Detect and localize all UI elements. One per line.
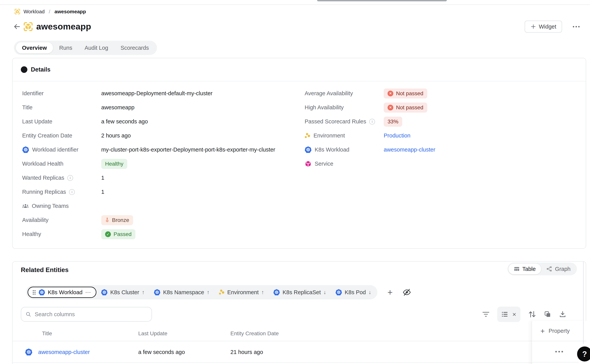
environment-link[interactable]: Production xyxy=(384,132,410,139)
badge-label: Not passed xyxy=(396,104,423,111)
x-circle-icon: × xyxy=(388,105,393,110)
tab-runs[interactable]: Runs xyxy=(53,42,78,53)
field-label: High Availability xyxy=(305,104,344,111)
team-icon xyxy=(22,204,29,209)
table-header-row: Title Last Update Entity Creation Date xyxy=(13,326,587,341)
environment-icon xyxy=(305,133,311,139)
direction-up-icon: ↑ xyxy=(261,289,264,295)
field-entity-creation-date: Entity Creation Date 2 hours ago xyxy=(22,129,305,143)
view-toggle: Table Graph xyxy=(507,263,577,275)
field-environment: Environment Production xyxy=(305,129,578,143)
page-title: awesomeapp xyxy=(36,22,91,32)
filter-pill-k8s-cluster[interactable]: ☸ K8s Cluster ↑ xyxy=(96,287,149,298)
field-label: Passed Scorecard Rules xyxy=(305,118,366,125)
filter-pill-k8s-workload[interactable]: ☸ K8s Workload ⋯ xyxy=(28,287,96,298)
field-value: awesomeapp-Deployment-default-my-cluster xyxy=(101,90,213,97)
field-service: Service xyxy=(305,157,578,171)
field-label: Workload Health xyxy=(22,161,64,167)
filter-pill-environment[interactable]: Environment ↑ xyxy=(214,287,269,298)
details-panel: Details Identifier awesomeapp-Deployment… xyxy=(12,58,586,249)
info-tooltip-icon[interactable] xyxy=(369,119,375,124)
breadcrumb: Workload / awesomeapp xyxy=(14,8,86,15)
field-value: my-cluster-port-k8s-exporter-Deployment-… xyxy=(101,147,275,153)
tab-audit-log[interactable]: Audit Log xyxy=(78,42,115,53)
field-availability: Availability Bronze xyxy=(22,213,305,227)
graph-view-button[interactable]: Graph xyxy=(541,264,576,274)
sort-arrows-icon xyxy=(528,310,536,318)
direction-down-icon: ↓ xyxy=(324,289,326,295)
kubernetes-icon: ☸ xyxy=(39,289,45,296)
field-value: 1 xyxy=(101,175,104,181)
column-header-title[interactable]: Title xyxy=(21,331,136,337)
filter-pill-k8s-pod[interactable]: ☸ K8s Pod ↓ xyxy=(331,287,376,298)
percentage-badge: 33% xyxy=(384,117,402,127)
field-label: Title xyxy=(22,104,32,111)
field-label: Environment xyxy=(313,132,345,139)
field-label: Entity Creation Date xyxy=(22,132,72,139)
back-button[interactable] xyxy=(12,22,22,31)
field-owning-teams: Owning Teams xyxy=(22,199,305,213)
copy-button[interactable] xyxy=(544,311,551,318)
eye-off-icon[interactable] xyxy=(402,288,411,296)
drag-handle-icon[interactable] xyxy=(33,290,35,295)
tab-scorecards[interactable]: Scorecards xyxy=(114,42,155,53)
clear-grouping-button[interactable]: × xyxy=(512,311,516,318)
search-columns-box xyxy=(21,307,152,322)
list-view-button[interactable] xyxy=(501,311,508,318)
field-last-update: Last Update a few seconds ago xyxy=(22,115,305,129)
details-header: Details xyxy=(13,58,586,81)
workload-blueprint-icon xyxy=(14,8,20,15)
kubernetes-icon: ☸ xyxy=(22,146,29,153)
medal-icon xyxy=(105,217,109,223)
table-view-button[interactable]: Table xyxy=(508,264,541,274)
search-columns-input[interactable] xyxy=(35,311,147,318)
table-row[interactable]: ☸ awesomeapp-cluster a few seconds ago 2… xyxy=(13,342,587,363)
not-passed-badge: × Not passed xyxy=(384,89,427,98)
tab-overview[interactable]: Overview xyxy=(16,42,53,53)
workload-entity-icon xyxy=(23,22,33,32)
column-header-last-update[interactable]: Last Update xyxy=(136,331,228,337)
download-button[interactable] xyxy=(559,311,566,318)
search-icon xyxy=(26,311,31,317)
add-widget-button[interactable]: Widget xyxy=(525,21,562,32)
table-view-label: Table xyxy=(522,266,536,272)
field-label: Healthy xyxy=(22,231,41,237)
breadcrumb-root[interactable]: Workload xyxy=(24,9,45,15)
field-workload-identifier: ☸ Workload identifier my-cluster-port-k8… xyxy=(22,143,305,157)
filter-pill-label: K8s Cluster xyxy=(110,289,139,296)
k8s-workload-link[interactable]: awesomeapp-cluster xyxy=(384,147,435,153)
filter-pill-k8s-replicaset[interactable]: ☸ K8s ReplicaSet ↓ xyxy=(269,287,331,298)
sort-button[interactable] xyxy=(528,310,536,318)
environment-icon xyxy=(219,289,225,295)
add-property-button[interactable]: + Property xyxy=(532,321,586,341)
info-tooltip-icon[interactable] xyxy=(69,189,75,195)
group-by-control: × xyxy=(497,306,520,322)
entity-link[interactable]: awesomeapp-cluster xyxy=(38,349,90,355)
field-label: Service xyxy=(315,161,333,167)
field-label: Identifier xyxy=(22,90,44,97)
filter-pill-label: K8s Namespace xyxy=(163,289,204,296)
field-wanted-replicas: Wanted Replicas 1 xyxy=(22,171,305,185)
info-tooltip-icon[interactable] xyxy=(67,175,73,181)
filter-pill-k8s-namespace[interactable]: ☸ K8s Namespace ↑ xyxy=(149,287,214,298)
direction-up-icon: ↑ xyxy=(207,289,210,295)
field-value: awesomeapp xyxy=(101,104,135,111)
passed-badge: ✓ Passed xyxy=(101,229,135,239)
add-related-blueprint-button[interactable]: + xyxy=(387,288,393,297)
graph-view-label: Graph xyxy=(555,266,571,272)
field-high-availability: High Availability × Not passed xyxy=(305,100,578,115)
filter-more-icon[interactable]: ⋯ xyxy=(85,289,91,296)
field-label: Workload identifier xyxy=(32,147,78,153)
filter-button[interactable] xyxy=(482,311,490,317)
field-label: K8s Workload xyxy=(315,147,349,153)
not-passed-badge: × Not passed xyxy=(384,103,427,113)
kubernetes-icon: ☸ xyxy=(305,146,311,153)
copy-icon xyxy=(544,311,551,318)
page-more-menu-button[interactable] xyxy=(571,24,582,30)
badge-label: Passed xyxy=(114,231,131,237)
check-circle-icon: ✓ xyxy=(105,231,111,237)
cell-last-update: a few seconds ago xyxy=(136,349,228,355)
horizontal-scrollbar-thumb[interactable] xyxy=(317,0,447,1)
kubernetes-icon: ☸ xyxy=(336,289,342,296)
field-value: 2 hours ago xyxy=(101,132,131,139)
